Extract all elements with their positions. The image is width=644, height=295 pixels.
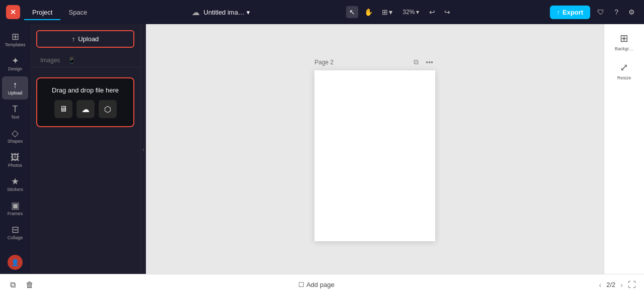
help-button[interactable]: ? [611,6,621,18]
canvas-page-container: Page 2 ⧉ ••• [314,57,435,241]
duplicate-page-button[interactable]: ⧉ [8,278,18,291]
hand-tool-button[interactable]: ✋ [361,6,376,18]
upload-btn-container: ↑ Upload [30,24,140,54]
dragdrop-icons: 🖥 ☁ ⬡ [54,100,117,118]
main-layout: ⊞ Templates ✦ Design ↑ Upload T Text ◇ S… [0,24,644,274]
add-page-label: Add page [306,281,335,288]
settings-button[interactable]: ⚙ [625,6,638,18]
panel-divider[interactable] [141,24,146,274]
photos-icon: 🖼 [11,153,20,162]
panel-tab-phone[interactable]: 📱 [64,54,79,67]
upload-icon: ↑ [13,80,18,89]
sidebar-item-photos[interactable]: 🖼 Photos [2,149,28,172]
cloud-icon: ☁ [192,8,200,17]
page-label-row: Page 2 ⧉ ••• [314,57,435,67]
right-panel: ⊞ Backgr… ⤢ Resize [604,24,644,274]
topbar-right: ↑ Export 🛡 ? ⚙ [550,6,638,19]
view-toggle-button[interactable]: ⊞ ▾ [379,6,395,18]
topbar-left: ✕ Project Space [6,5,95,19]
page-indicator: 2/2 [606,281,615,288]
design-icon: ✦ [12,56,19,65]
sidebar-item-shapes[interactable]: ◇ Shapes [2,125,28,148]
sidebar-item-label-stickers: Stickers [7,187,23,192]
delete-page-button[interactable]: 🗑 [24,278,36,291]
fullscreen-button[interactable]: ⛶ [628,280,636,289]
panel-tab-images[interactable]: Images [36,54,64,67]
topbar-center: ☁ Untitled ima… ▾ [192,8,251,17]
sidebar-item-collage[interactable]: ⊟ Collage [2,221,28,244]
avatar[interactable]: 👤 [8,255,23,270]
chevron-down-icon: ▾ [247,9,250,16]
dropbox-upload-icon[interactable]: ⬡ [99,100,117,118]
topbar-tools: ↖ ✋ ⊞ ▾ 32% ▾ ↩ ↪ [346,6,453,18]
text-icon: T [13,105,18,114]
shapes-icon: ◇ [12,129,19,138]
topbar: ✕ Project Space ☁ Untitled ima… ▾ ↖ ✋ ⊞ … [0,0,644,24]
page-more-button[interactable]: ••• [424,57,435,67]
dragdrop-area[interactable]: Drag and drop file here 🖥 ☁ ⬡ [36,77,134,127]
right-panel-resize[interactable]: ⤢ Resize [606,57,642,84]
collage-icon: ⊟ [12,225,19,234]
shield-icon-button[interactable]: 🛡 [594,6,607,18]
document-title[interactable]: Untitled ima… ▾ [204,9,251,16]
redo-button[interactable]: ↪ [441,6,453,18]
upload-btn-icon: ↑ [72,35,75,43]
canvas-area: Page 2 ⧉ ••• [146,24,604,274]
tab-project[interactable]: Project [24,6,60,19]
templates-icon: ⊞ [12,32,19,41]
upload-button[interactable]: ↑ Upload [36,30,134,48]
view-chevron-icon: ▾ [389,8,392,16]
page-copy-button[interactable]: ⧉ [412,57,421,67]
zoom-button[interactable]: 32% ▾ [398,7,423,18]
bottom-left: ⧉ 🗑 [8,278,36,291]
frames-icon: ▣ [11,201,20,210]
bottom-bar: ⧉ 🗑 ☐ Add page ‹ 2/2 › ⛶ [0,274,644,295]
view-icon: ⊞ [382,8,388,16]
add-page-icon: ☐ [298,281,304,288]
panel-tabs: Images 📱 [30,54,140,67]
topbar-tabs: Project Space [24,6,95,19]
undo-button[interactable]: ↩ [426,6,438,18]
sidebar-icons: ⊞ Templates ✦ Design ↑ Upload T Text ◇ S… [0,24,30,274]
bottom-center: ☐ Add page [298,281,335,288]
sidebar-item-upload[interactable]: ↑ Upload [2,76,28,100]
sidebar-item-label-design: Design [8,66,22,71]
zoom-chevron-icon: ▾ [416,9,419,16]
background-label: Backgr… [615,46,633,51]
export-button[interactable]: ↑ Export [550,6,591,19]
cloud-upload-icon[interactable]: ☁ [76,100,95,118]
sidebar-item-stickers[interactable]: ★ Stickers [2,173,28,196]
sidebar-item-design[interactable]: ✦ Design [2,52,28,75]
resize-label: Resize [617,75,631,80]
bottom-right: ‹ 2/2 › ⛶ [597,280,636,290]
upload-btn-label: Upload [78,35,99,43]
app-logo[interactable]: ✕ [6,5,20,19]
stickers-icon: ★ [11,177,19,186]
sidebar-item-label-text: Text [11,115,20,120]
sidebar-item-label-shapes: Shapes [8,139,23,144]
sidebar-item-label-collage: Collage [8,235,23,240]
document-title-text: Untitled ima… [204,9,245,16]
sidebar-item-label-frames: Frames [8,211,23,216]
canvas-page [314,70,435,241]
zoom-value: 32% [403,9,415,16]
add-page-button[interactable]: ☐ Add page [298,281,335,288]
sidebar-item-label-photos: Photos [8,163,22,168]
export-label: Export [562,9,583,16]
sidebar-item-label-upload: Upload [8,90,23,95]
select-tool-button[interactable]: ↖ [346,6,358,18]
next-page-button[interactable]: › [618,280,625,290]
sidebar-item-text[interactable]: T Text [2,101,28,124]
sidebar-item-frames[interactable]: ▣ Frames [2,197,28,220]
background-icon: ⊞ [620,32,628,44]
export-icon: ↑ [557,9,560,16]
prev-page-button[interactable]: ‹ [597,280,604,290]
sidebar-item-templates[interactable]: ⊞ Templates [2,28,28,51]
right-panel-background[interactable]: ⊞ Backgr… [606,28,642,55]
resize-icon: ⤢ [620,61,628,73]
tab-space[interactable]: Space [60,6,95,19]
page-label: Page 2 [314,59,409,66]
dragdrop-text: Drag and drop file here [52,86,119,94]
computer-upload-icon[interactable]: 🖥 [54,100,72,118]
left-panel: ↑ Upload Images 📱 Drag and drop file her… [30,24,141,274]
